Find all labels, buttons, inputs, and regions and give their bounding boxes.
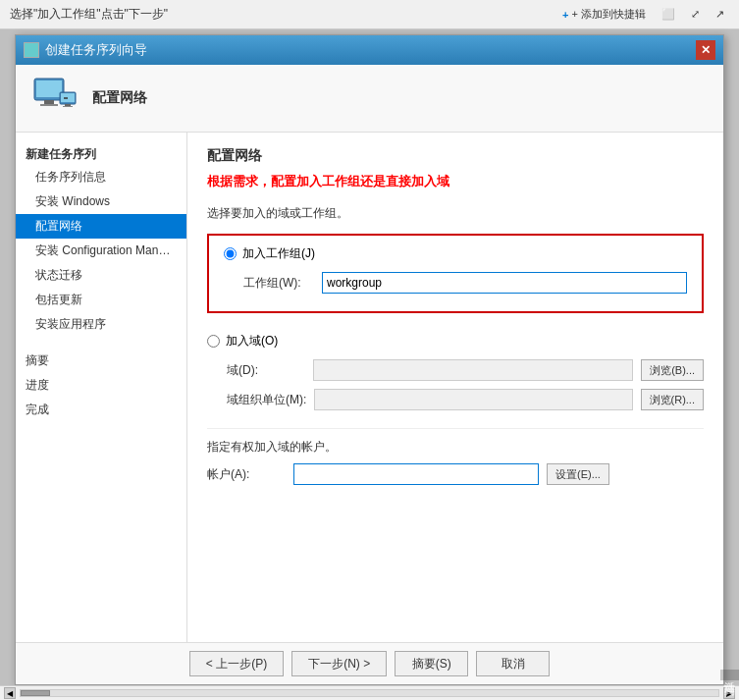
watermark: 激活 转到	[720, 670, 739, 680]
scroll-track[interactable]	[20, 689, 719, 697]
domain-ou-label: 域组织单位(M):	[227, 392, 306, 408]
account-input[interactable]	[293, 463, 539, 485]
options-container: 加入工作组(J) 工作组(W):	[207, 234, 704, 313]
workgroup-input[interactable]	[322, 272, 687, 294]
domain-ou-input[interactable]	[314, 389, 632, 410]
domain-field-row: 域(D): 浏览(B)...	[207, 359, 704, 381]
svg-rect-2	[44, 100, 54, 104]
domain-label: 域(D):	[227, 362, 305, 379]
account-label: 帐户(A):	[207, 466, 286, 483]
main-content: 配置网络 根据需求，配置加入工作组还是直接加入域 选择要加入的域或工作组。 加入…	[187, 133, 723, 642]
instruction-banner: 根据需求，配置加入工作组还是直接加入域	[207, 173, 704, 190]
svg-rect-3	[40, 104, 58, 106]
domain-section: 加入域(O) 域(D): 浏览(B)... 域组织单位(M): 浏览(R)...	[207, 333, 704, 418]
join-domain-label[interactable]: 加入域(O)	[226, 333, 278, 350]
sidebar-item-install-cm[interactable]: 安装 Configuration Manager	[16, 239, 186, 263]
dialog-title: 创建任务序列向导	[45, 41, 147, 59]
dialog-window-icon	[24, 42, 39, 58]
join-workgroup-label[interactable]: 加入工作组(J)	[242, 245, 315, 262]
dialog-wrapper: 创建任务序列向导 ✕	[15, 34, 724, 685]
svg-rect-7	[63, 106, 73, 107]
section-label: 选择要加入的域或工作组。	[207, 205, 704, 222]
account-section-label: 指定有权加入域的帐户。	[207, 439, 704, 456]
top-bar-actions: + + 添加到快捷辑 ⬜ ⤢ ↗	[557, 4, 729, 25]
workgroup-label: 工作组(W):	[243, 275, 322, 292]
header-icon-area	[30, 75, 78, 122]
scroll-thumb[interactable]	[21, 690, 50, 696]
dialog-titlebar: 创建任务序列向导 ✕	[16, 35, 723, 65]
sidebar-group-label: 新建任务序列	[16, 142, 186, 165]
next-button[interactable]: 下一步(N) >	[291, 651, 387, 676]
dialog-titlebar-left: 创建任务序列向导	[24, 41, 147, 59]
dialog-header: 配置网络	[16, 65, 723, 133]
sidebar-item-install-apps[interactable]: 安装应用程序	[16, 312, 186, 337]
domain-ou-field-row: 域组织单位(M): 浏览(R)...	[207, 389, 704, 410]
summary-button[interactable]: 摘要(S)	[395, 651, 468, 676]
sidebar-item-task-info[interactable]: 任务序列信息	[16, 165, 186, 189]
browse-b-button[interactable]: 浏览(B)...	[641, 359, 704, 381]
horizontal-scrollbar[interactable]: ◀ ▶	[0, 685, 739, 700]
back-button[interactable]: < 上一步(P)	[189, 651, 284, 676]
dialog-content-area: 配置网络 新建任务序列 任务序列信息 安装 Windows 配置网络 安装 Co…	[16, 65, 723, 684]
join-workgroup-radio[interactable]	[224, 247, 237, 260]
svg-rect-6	[65, 104, 71, 106]
dialog-footer: < 上一步(P) 下一步(N) > 摘要(S) 取消	[16, 642, 723, 684]
domain-input[interactable]	[313, 359, 633, 381]
window-icon-btn[interactable]: ⬜	[657, 5, 680, 24]
join-workgroup-row: 加入工作组(J)	[224, 245, 687, 262]
add-to-quick-btn[interactable]: + + 添加到快捷辑	[557, 4, 651, 25]
sidebar-item-updates[interactable]: 包括更新	[16, 288, 186, 312]
settings-button[interactable]: 设置(E)...	[547, 463, 609, 485]
top-bar-title: 选择"加入工作组"点击"下一步"	[10, 6, 550, 23]
sidebar-item-state-migration[interactable]: 状态迁移	[16, 263, 186, 288]
dialog-body: 新建任务序列 任务序列信息 安装 Windows 配置网络 安装 Configu…	[16, 133, 723, 642]
account-field-row: 帐户(A): 设置(E)...	[207, 463, 704, 485]
sidebar-item-progress[interactable]: 进度	[16, 373, 186, 398]
sidebar-item-summary[interactable]: 摘要	[16, 349, 186, 373]
sidebar-item-complete[interactable]: 完成	[16, 398, 186, 422]
join-domain-radio[interactable]	[207, 335, 220, 348]
svg-rect-1	[36, 81, 62, 97]
sidebar-item-config-network[interactable]: 配置网络	[16, 214, 186, 239]
scroll-right-arrow[interactable]: ▶	[723, 687, 735, 699]
top-bar: 选择"加入工作组"点击"下一步" + + 添加到快捷辑 ⬜ ⤢ ↗	[0, 0, 739, 29]
add-to-quick-label: + 添加到快捷辑	[572, 7, 646, 22]
plus-icon: +	[562, 9, 568, 21]
workgroup-field-row: 工作组(W):	[224, 272, 687, 294]
sidebar-item-install-windows[interactable]: 安装 Windows	[16, 189, 186, 214]
dialog-header-title: 配置网络	[92, 89, 147, 107]
browse-r-button[interactable]: 浏览(R)...	[641, 389, 704, 410]
share-icon-btn[interactable]: ↗	[711, 5, 729, 24]
computer-network-icon	[30, 75, 78, 122]
sidebar: 新建任务序列 任务序列信息 安装 Windows 配置网络 安装 Configu…	[16, 133, 187, 642]
join-domain-row: 加入域(O)	[207, 333, 704, 350]
resize-icon-btn[interactable]: ⤢	[686, 5, 705, 24]
main-title: 配置网络	[207, 147, 704, 165]
dialog-close-button[interactable]: ✕	[696, 40, 715, 60]
cancel-button[interactable]: 取消	[476, 651, 550, 676]
account-section: 指定有权加入域的帐户。 帐户(A): 设置(E)...	[207, 428, 704, 485]
scroll-left-arrow[interactable]: ◀	[4, 687, 16, 699]
